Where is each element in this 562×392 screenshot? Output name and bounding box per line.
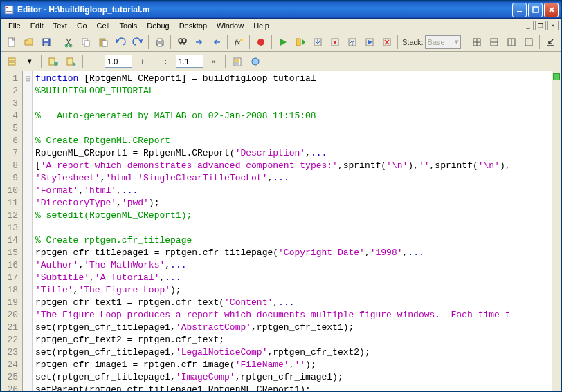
undo-button[interactable] bbox=[112, 35, 128, 50]
svg-rect-1 bbox=[6, 7, 8, 8]
multiply-step-input[interactable]: 1.1 bbox=[176, 55, 203, 68]
menu-text[interactable]: Text bbox=[48, 20, 72, 31]
show-functions-button[interactable] bbox=[247, 54, 263, 69]
menubar: File Edit Text Go Cell Tools Debug Deskt… bbox=[1, 19, 561, 32]
layout-1-button[interactable] bbox=[469, 35, 484, 50]
titlebar[interactable]: Editor - H:\buildfigloop_tutorial.m bbox=[1, 1, 561, 19]
svg-rect-4 bbox=[517, 11, 522, 12]
run-button[interactable] bbox=[275, 35, 291, 50]
run-advance-button[interactable] bbox=[292, 35, 308, 50]
layout-2-button[interactable] bbox=[486, 35, 502, 50]
svg-rect-17 bbox=[158, 39, 162, 41]
menu-tools[interactable]: Tools bbox=[115, 20, 143, 31]
menu-debug[interactable]: Debug bbox=[142, 20, 174, 31]
svg-rect-39 bbox=[8, 58, 15, 61]
fold-column[interactable]: ⊟ bbox=[23, 71, 33, 391]
close-button[interactable] bbox=[544, 3, 559, 17]
layout-3-button[interactable] bbox=[503, 35, 519, 50]
editor-area: 1234567891011121314151617181920212223242… bbox=[1, 71, 561, 391]
multiply-button[interactable]: × bbox=[206, 54, 221, 69]
svg-rect-43 bbox=[67, 58, 73, 65]
maximize-button[interactable] bbox=[528, 3, 543, 17]
svg-rect-13 bbox=[84, 41, 89, 46]
step-in-button[interactable] bbox=[309, 35, 325, 50]
doc-close-button[interactable]: × bbox=[547, 21, 559, 30]
step-button[interactable] bbox=[327, 35, 343, 50]
svg-rect-24 bbox=[296, 39, 300, 46]
increment-step-input[interactable]: 1.0 bbox=[105, 55, 132, 68]
svg-point-22 bbox=[240, 39, 243, 41]
menu-window[interactable]: Window bbox=[212, 20, 248, 31]
step-out-button[interactable] bbox=[344, 35, 360, 50]
paste-button[interactable] bbox=[95, 35, 111, 50]
menu-help[interactable]: Help bbox=[248, 20, 274, 31]
svg-rect-5 bbox=[533, 7, 538, 12]
eval-cell-button[interactable] bbox=[45, 54, 61, 69]
menu-go[interactable]: Go bbox=[72, 20, 92, 31]
svg-point-42 bbox=[54, 62, 58, 66]
exit-debug-button[interactable] bbox=[379, 35, 395, 50]
doc-min-button[interactable]: ‗ bbox=[523, 21, 534, 30]
decrement-1-button[interactable]: − bbox=[87, 54, 102, 69]
cut-button[interactable] bbox=[60, 35, 76, 50]
cell-dropdown-button[interactable]: ▾ bbox=[21, 54, 37, 69]
open-file-button[interactable] bbox=[21, 35, 37, 50]
publish-button[interactable] bbox=[229, 54, 245, 69]
doc-restore-button[interactable]: ❐ bbox=[535, 21, 546, 30]
line-number-gutter[interactable]: 1234567891011121314151617181920212223242… bbox=[1, 71, 23, 391]
continue-button[interactable] bbox=[361, 35, 377, 50]
main-toolbar: fx Stack: Base▾ bbox=[1, 32, 561, 52]
svg-point-27 bbox=[334, 41, 336, 44]
code-ok-indicator bbox=[553, 73, 560, 80]
layout-4-button[interactable] bbox=[520, 35, 536, 50]
code-analyzer-strip[interactable] bbox=[552, 71, 561, 391]
save-button[interactable] bbox=[38, 35, 54, 50]
eval-advance-button[interactable] bbox=[63, 54, 79, 69]
svg-rect-9 bbox=[44, 43, 48, 46]
find-button[interactable] bbox=[174, 35, 190, 50]
svg-rect-45 bbox=[235, 59, 239, 62]
svg-rect-38 bbox=[525, 39, 532, 46]
editor-window: Editor - H:\buildfigloop_tutorial.m File… bbox=[0, 0, 562, 392]
copy-button[interactable] bbox=[78, 35, 93, 50]
menu-edit[interactable]: Edit bbox=[26, 20, 48, 31]
menu-file[interactable]: File bbox=[3, 20, 26, 31]
svg-rect-2 bbox=[6, 10, 12, 10]
breakpoint-button[interactable] bbox=[253, 35, 269, 50]
svg-rect-41 bbox=[49, 58, 55, 65]
app-icon bbox=[3, 4, 15, 15]
code-area[interactable]: function [RptgenML_CReport1] = buildfigl… bbox=[33, 71, 552, 391]
dock-button[interactable] bbox=[543, 35, 559, 50]
svg-rect-40 bbox=[8, 62, 15, 65]
stack-select[interactable]: Base▾ bbox=[425, 35, 461, 49]
svg-point-23 bbox=[257, 39, 264, 46]
svg-rect-15 bbox=[102, 41, 107, 46]
cell-divider-button[interactable] bbox=[3, 54, 19, 69]
cell-toolbar: ▾ − 1.0 + ÷ 1.1 × bbox=[1, 52, 561, 71]
new-file-button[interactable] bbox=[3, 35, 19, 50]
print-button[interactable] bbox=[152, 35, 167, 50]
stack-label: Stack: bbox=[402, 38, 424, 46]
svg-rect-18 bbox=[158, 44, 162, 46]
svg-point-48 bbox=[252, 58, 259, 65]
minimize-button[interactable] bbox=[512, 3, 527, 17]
increment-1-button[interactable]: + bbox=[134, 54, 150, 69]
function-hint-button[interactable]: fx bbox=[230, 35, 246, 50]
menu-desktop[interactable]: Desktop bbox=[174, 20, 212, 31]
window-title: Editor - H:\buildfigloop_tutorial.m bbox=[17, 5, 512, 15]
goback-button[interactable] bbox=[208, 35, 224, 50]
svg-rect-3 bbox=[6, 11, 12, 12]
menu-cell[interactable]: Cell bbox=[92, 20, 115, 31]
svg-text:fx: fx bbox=[235, 38, 240, 46]
redo-button[interactable] bbox=[129, 35, 145, 50]
goto-button[interactable] bbox=[191, 35, 207, 50]
svg-rect-8 bbox=[44, 39, 48, 41]
divide-button[interactable]: ÷ bbox=[158, 54, 174, 69]
